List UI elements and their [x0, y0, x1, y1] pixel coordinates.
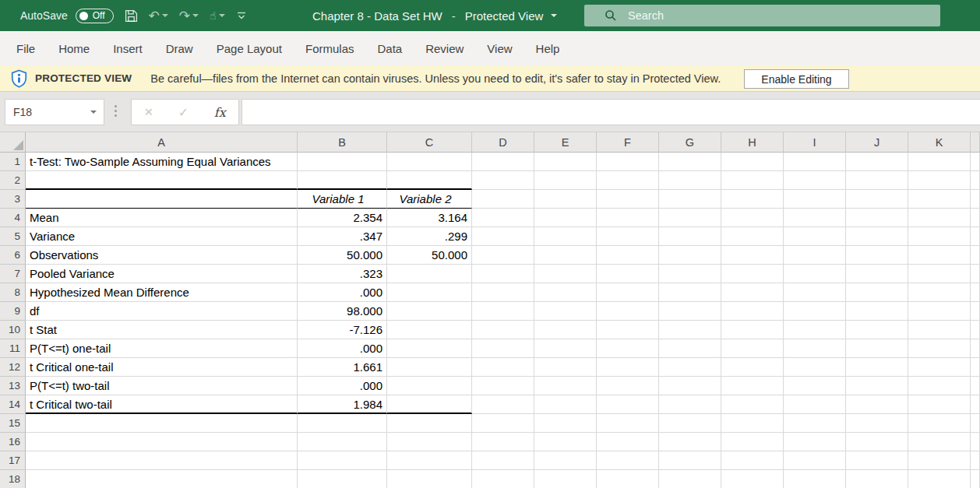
insert-function-icon[interactable]: fx [214, 105, 226, 120]
select-all-corner[interactable] [0, 132, 26, 153]
cell-E13[interactable] [534, 377, 597, 395]
cell-B18[interactable] [298, 470, 387, 488]
cell-B4[interactable]: 2.354 [298, 209, 387, 227]
cell-C4[interactable]: 3.164 [387, 209, 472, 227]
cell-C18[interactable] [387, 470, 472, 488]
row-header-4[interactable]: 4 [0, 209, 26, 227]
cell-A7[interactable]: Pooled Variance [26, 265, 298, 283]
cell-B14[interactable]: 1.984 [298, 395, 387, 414]
document-title[interactable]: Chapter 8 - Data Set HW - Protected View [312, 0, 557, 31]
cell-F10[interactable] [597, 321, 659, 339]
cell-J11[interactable] [846, 339, 908, 358]
cell-K14[interactable] [908, 395, 971, 414]
cell-I2[interactable] [784, 171, 846, 190]
cell-F7[interactable] [597, 265, 659, 283]
cell-D17[interactable] [472, 451, 534, 470]
formula-input[interactable] [242, 100, 980, 125]
cell-A17[interactable] [26, 451, 298, 470]
cell-L15[interactable] [971, 414, 980, 433]
cell-I10[interactable] [784, 321, 846, 339]
cell-F1[interactable] [597, 153, 659, 171]
row-header-11[interactable]: 11 [0, 339, 26, 358]
cell-I4[interactable] [784, 209, 846, 227]
cell-F9[interactable] [597, 302, 659, 321]
cell-D12[interactable] [472, 358, 534, 377]
cell-E17[interactable] [534, 451, 597, 470]
touch-mode-dropdown-caret-icon[interactable] [219, 14, 225, 17]
cell-D4[interactable] [472, 209, 534, 227]
cell-L11[interactable] [971, 339, 980, 358]
cell-H9[interactable] [721, 302, 784, 321]
cell-C11[interactable] [387, 339, 472, 358]
cell-I18[interactable] [784, 470, 846, 488]
cell-D9[interactable] [472, 302, 534, 321]
cell-I8[interactable] [784, 283, 846, 302]
cell-E16[interactable] [534, 433, 597, 451]
cell-E4[interactable] [534, 209, 597, 227]
row-header-5[interactable]: 5 [0, 227, 26, 246]
column-header-C[interactable]: C [387, 132, 472, 153]
cell-B10[interactable]: -7.126 [298, 321, 387, 339]
ribbon-tab-home[interactable]: Home [47, 31, 101, 65]
cell-I6[interactable] [784, 246, 846, 265]
cell-G10[interactable] [659, 321, 721, 339]
cell-D15[interactable] [472, 414, 534, 433]
ribbon-tab-view[interactable]: View [475, 31, 523, 65]
row-header-1[interactable]: 1 [0, 153, 26, 171]
cell-C14[interactable] [387, 395, 472, 414]
cell-G2[interactable] [659, 171, 721, 190]
cell-C10[interactable] [387, 321, 472, 339]
cell-J14[interactable] [846, 395, 908, 414]
row-header-12[interactable]: 12 [0, 358, 26, 377]
name-box[interactable]: F18 [5, 99, 104, 125]
search-box[interactable] [584, 5, 940, 26]
cell-L17[interactable] [971, 451, 980, 470]
cell-A1[interactable]: t-Test: Two-Sample Assuming Equal Varian… [26, 153, 298, 171]
cell-A6[interactable]: Observations [26, 246, 298, 265]
cell-H3[interactable] [721, 190, 784, 209]
row-header-3[interactable]: 3 [0, 190, 26, 209]
cell-D3[interactable] [472, 190, 534, 209]
cell-G18[interactable] [659, 470, 721, 488]
cell-G9[interactable] [659, 302, 721, 321]
formula-bar[interactable] [241, 99, 980, 125]
cell-E1[interactable] [534, 153, 597, 171]
cell-E14[interactable] [534, 395, 597, 414]
autosave-toggle[interactable]: Off [76, 9, 114, 23]
formula-bar-resize-handle[interactable] [115, 105, 117, 117]
name-box-dropdown-caret-icon[interactable] [90, 111, 97, 114]
cell-G17[interactable] [659, 451, 721, 470]
cell-G16[interactable] [659, 433, 721, 451]
cell-I13[interactable] [784, 377, 846, 395]
ribbon-tab-data[interactable]: Data [365, 31, 414, 65]
cell-K2[interactable] [908, 171, 971, 190]
cell-L16[interactable] [971, 433, 980, 451]
column-header-D[interactable]: D [472, 132, 534, 153]
cell-B11[interactable]: .000 [298, 339, 387, 358]
column-header-H[interactable]: H [721, 132, 784, 153]
cell-L18[interactable] [971, 470, 980, 488]
cell-K15[interactable] [908, 414, 971, 433]
cell-L10[interactable] [971, 321, 980, 339]
cell-D5[interactable] [472, 227, 534, 246]
cell-D8[interactable] [472, 283, 534, 302]
cell-I16[interactable] [784, 433, 846, 451]
cell-J18[interactable] [846, 470, 908, 488]
cancel-icon[interactable]: × [144, 104, 153, 121]
column-header-B[interactable]: B [298, 132, 387, 153]
cell-E10[interactable] [534, 321, 597, 339]
cell-G6[interactable] [659, 246, 721, 265]
cell-A4[interactable]: Mean [26, 209, 298, 227]
undo-icon[interactable]: ↶ [149, 9, 160, 23]
cell-B3[interactable]: Variable 1 [298, 190, 387, 209]
cell-D14[interactable] [472, 395, 534, 414]
cell-G3[interactable] [659, 190, 721, 209]
cell-I11[interactable] [784, 339, 846, 358]
cell-G8[interactable] [659, 283, 721, 302]
cell-J3[interactable] [846, 190, 908, 209]
cell-K9[interactable] [908, 302, 971, 321]
cell-A10[interactable]: t Stat [26, 321, 298, 339]
ribbon-tab-page-layout[interactable]: Page Layout [205, 31, 294, 65]
cell-J9[interactable] [846, 302, 908, 321]
cell-J5[interactable] [846, 227, 908, 246]
